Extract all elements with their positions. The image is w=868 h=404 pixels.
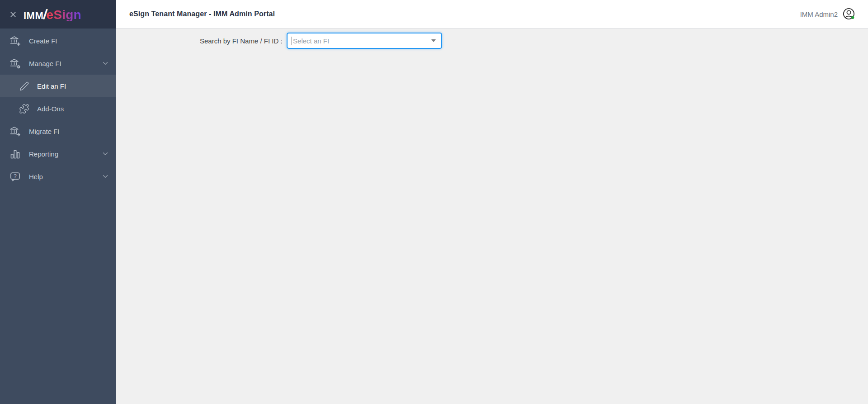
status-dot <box>851 16 854 19</box>
logo-imm-text: IMM <box>24 11 43 21</box>
imm-esign-logo: IMM / eSign <box>24 8 81 21</box>
bank-gear-icon <box>9 57 21 70</box>
fi-select-combobox[interactable]: Select an FI <box>287 33 442 49</box>
content-column: eSign Tenant Manager - IMM Admin Portal … <box>116 0 868 404</box>
sidebar-item-label: Create FI <box>29 37 57 45</box>
svg-text:?: ? <box>14 172 17 179</box>
user-name: IMM Admin2 <box>800 10 838 18</box>
user-avatar-icon[interactable] <box>842 7 856 21</box>
bank-plus-icon <box>9 35 21 47</box>
text-cursor <box>292 37 292 45</box>
fi-select-placeholder: Select an FI <box>293 37 329 45</box>
top-header: eSign Tenant Manager - IMM Admin Portal … <box>116 0 868 29</box>
bar-chart-icon <box>9 148 21 160</box>
logo-esign-text: eSign <box>47 9 81 21</box>
close-icon[interactable] <box>8 10 18 19</box>
sidebar-item-manage-fi[interactable]: Manage FI <box>0 52 116 75</box>
sidebar-item-label: Reporting <box>29 150 58 158</box>
chevron-down-icon[interactable] <box>101 172 109 181</box>
sidebar-nav: Create FI Manage FI <box>0 29 116 188</box>
user-box: IMM Admin2 <box>800 7 856 21</box>
chevron-down-icon[interactable] <box>101 59 109 67</box>
sidebar-item-help[interactable]: ? Help <box>0 165 116 188</box>
pencil-icon <box>19 81 29 91</box>
app-root: IMM / eSign Create FI <box>0 0 868 404</box>
sidebar-item-migrate-fi[interactable]: Migrate FI <box>0 120 116 143</box>
main-area: Search by FI Name / FI ID : Select an FI <box>116 29 868 404</box>
chevron-down-icon[interactable] <box>101 150 109 158</box>
puzzle-icon <box>19 104 29 114</box>
page-title: eSign Tenant Manager - IMM Admin Portal <box>129 10 275 18</box>
sidebar-item-label: Manage FI <box>29 60 61 67</box>
fi-search-row: Search by FI Name / FI ID : Select an FI <box>200 33 868 49</box>
sidebar: IMM / eSign Create FI <box>0 0 116 404</box>
dropdown-arrow-icon[interactable] <box>431 39 436 42</box>
search-fi-label: Search by FI Name / FI ID : <box>200 37 283 45</box>
sidebar-item-label: Add-Ons <box>37 105 64 113</box>
sidebar-item-create-fi[interactable]: Create FI <box>0 29 116 52</box>
sidebar-item-reporting[interactable]: Reporting <box>0 143 116 165</box>
help-bubble-icon: ? <box>9 171 21 183</box>
bank-arrow-icon <box>9 125 21 138</box>
sidebar-item-label: Migrate FI <box>29 128 60 135</box>
sidebar-item-add-ons[interactable]: Add-Ons <box>0 97 116 120</box>
sidebar-item-label: Help <box>29 173 43 181</box>
sidebar-header: IMM / eSign <box>0 0 116 29</box>
sidebar-item-edit-an-fi[interactable]: Edit an FI <box>0 75 116 97</box>
sidebar-item-label: Edit an FI <box>37 82 66 90</box>
